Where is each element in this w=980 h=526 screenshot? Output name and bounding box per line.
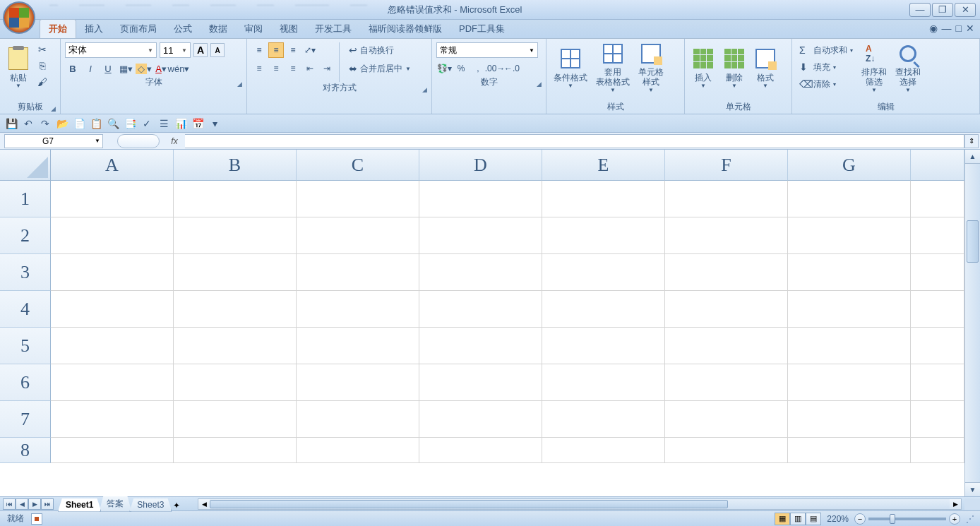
save-button[interactable]: 💾 <box>4 116 18 131</box>
decrease-decimal-button[interactable]: ←.0 <box>504 61 520 76</box>
font-size-combo[interactable]: 11▼ <box>160 42 191 58</box>
format-painter-button[interactable]: 🖌 <box>35 75 49 89</box>
mdi-minimize[interactable]: ― <box>942 23 952 34</box>
decrease-indent-button[interactable]: ⇤ <box>302 61 318 76</box>
qat-new-button[interactable]: 📄 <box>72 116 86 131</box>
name-box[interactable]: G7 ▼ <box>4 134 103 148</box>
paste-button[interactable]: 粘贴 ▼ <box>4 41 32 95</box>
tab-pdf[interactable]: PDF工具集 <box>450 20 513 38</box>
formula-expand-button[interactable]: ⇕ <box>964 134 979 148</box>
bold-button[interactable]: B <box>65 61 80 76</box>
align-dialog-icon[interactable]: ◢ <box>422 86 427 93</box>
tab-pagelayout[interactable]: 页面布局 <box>112 20 165 38</box>
cells-area[interactable] <box>51 181 964 496</box>
fx-button[interactable]: fx <box>164 136 185 146</box>
delete-cells-button[interactable]: 删除▼ <box>720 41 748 95</box>
sheet-tab-2[interactable]: 答案 <box>99 496 131 512</box>
align-center-button[interactable]: ≡ <box>268 61 284 76</box>
row-header-5[interactable]: 5 <box>0 328 51 364</box>
align-middle-button[interactable]: ≡ <box>268 42 284 58</box>
tab-formulas[interactable]: 公式 <box>165 20 201 38</box>
sheet-nav-prev[interactable]: ◀ <box>16 498 28 510</box>
mdi-restore[interactable]: □ <box>956 23 962 34</box>
qat-sort-button[interactable]: ☰ <box>157 116 171 131</box>
currency-button[interactable]: 💱▾ <box>436 61 452 76</box>
qat-print-button[interactable]: 📑 <box>123 116 137 131</box>
increase-indent-button[interactable]: ⇥ <box>319 61 335 76</box>
col-header-g[interactable]: G <box>788 150 911 181</box>
col-header-e[interactable]: E <box>542 150 665 181</box>
hscroll-thumb[interactable] <box>210 500 727 508</box>
fill-color-button[interactable]: ◇▾ <box>136 61 151 76</box>
tab-data[interactable]: 数据 <box>201 20 236 38</box>
col-header-c[interactable]: C <box>297 150 419 181</box>
col-header-f[interactable]: F <box>665 150 788 181</box>
qat-chart-button[interactable]: 📊 <box>174 116 188 131</box>
row-header-8[interactable]: 8 <box>0 438 51 463</box>
select-all-corner[interactable] <box>0 150 51 181</box>
vscroll-thumb[interactable] <box>967 220 979 263</box>
new-sheet-button[interactable]: ✦ <box>169 499 184 512</box>
autosum-button[interactable]: Σ自动求和▾ <box>796 42 856 58</box>
zoom-slider[interactable] <box>868 518 946 520</box>
sort-filter-button[interactable]: 排序和 筛选▼ <box>859 41 890 95</box>
underline-button[interactable]: U <box>100 61 116 76</box>
scroll-up-button[interactable]: ▲ <box>965 150 980 164</box>
increase-font-button[interactable]: A <box>193 43 208 57</box>
insert-cells-button[interactable]: 插入▼ <box>689 41 717 95</box>
conditional-format-button[interactable]: 条件格式▼ <box>551 41 590 95</box>
row-header-4[interactable]: 4 <box>0 291 51 328</box>
align-bottom-button[interactable]: ≡ <box>285 42 301 58</box>
row-header-1[interactable]: 1 <box>0 181 51 217</box>
fill-button[interactable]: ⬇填充▾ <box>796 59 856 75</box>
help-icon[interactable]: ◉ <box>929 23 938 34</box>
align-right-button[interactable]: ≡ <box>285 61 301 76</box>
zoom-in-button[interactable]: + <box>949 513 960 525</box>
undo-button[interactable]: ↶ <box>21 116 35 131</box>
col-header-d[interactable]: D <box>419 150 542 181</box>
col-header-b[interactable]: B <box>174 150 297 181</box>
number-dialog-icon[interactable]: ◢ <box>537 80 542 88</box>
qat-paste-button[interactable]: 📋 <box>89 116 103 131</box>
sheet-nav-first[interactable]: ⏮ <box>3 498 16 510</box>
clipboard-dialog-icon[interactable]: ◢ <box>51 105 56 112</box>
align-top-button[interactable]: ≡ <box>251 42 267 58</box>
row-header-2[interactable]: 2 <box>0 217 51 254</box>
tab-foxit[interactable]: 福昕阅读器领鲜版 <box>360 20 450 38</box>
office-button[interactable] <box>3 1 35 34</box>
increase-decimal-button[interactable]: .00→ <box>487 61 503 76</box>
qat-more-button[interactable]: ▾ <box>208 116 222 131</box>
sheet-nav-next[interactable]: ▶ <box>28 498 41 510</box>
tab-insert[interactable]: 插入 <box>76 20 112 38</box>
qat-spell-button[interactable]: ✓ <box>140 116 154 131</box>
border-button[interactable]: ▦▾ <box>118 61 133 76</box>
percent-button[interactable]: % <box>453 61 469 76</box>
mdi-close[interactable]: ✕ <box>966 23 974 34</box>
zoom-slider-knob[interactable] <box>890 514 895 524</box>
tab-home[interactable]: 开始 <box>40 19 76 38</box>
phonetic-button[interactable]: wén▾ <box>171 61 186 76</box>
find-select-button[interactable]: 查找和 选择▼ <box>892 41 924 95</box>
col-header-a[interactable]: A <box>51 150 174 181</box>
page-layout-view-button[interactable]: ▥ <box>790 513 806 525</box>
wrap-text-button[interactable]: ↩自动换行 <box>344 42 416 58</box>
vertical-scrollbar[interactable]: ▲ ▼ <box>964 150 980 496</box>
qat-preview-button[interactable]: 🔍 <box>106 116 120 131</box>
sheet-tab-3[interactable]: Sheet3 <box>129 498 172 512</box>
font-color-button[interactable]: A▾ <box>153 61 169 76</box>
horizontal-scrollbar[interactable]: ◀ ▶ <box>198 498 962 510</box>
italic-button[interactable]: I <box>83 61 98 76</box>
clear-button[interactable]: ⌫清除▾ <box>796 76 856 92</box>
macro-record-button[interactable] <box>31 513 42 525</box>
qat-open-button[interactable]: 📂 <box>55 116 69 131</box>
font-name-combo[interactable]: 宋体▼ <box>65 42 157 58</box>
number-format-combo[interactable]: 常规▼ <box>436 42 538 58</box>
align-left-button[interactable]: ≡ <box>251 61 267 76</box>
copy-button[interactable]: ⎘ <box>35 59 49 73</box>
cut-button[interactable]: ✂ <box>35 42 49 56</box>
row-header-7[interactable]: 7 <box>0 401 51 438</box>
col-header-extra[interactable] <box>911 150 964 181</box>
name-box-dropdown-icon[interactable]: ▼ <box>95 138 100 144</box>
row-header-3[interactable]: 3 <box>0 254 51 291</box>
scroll-down-button[interactable]: ▼ <box>965 482 980 496</box>
